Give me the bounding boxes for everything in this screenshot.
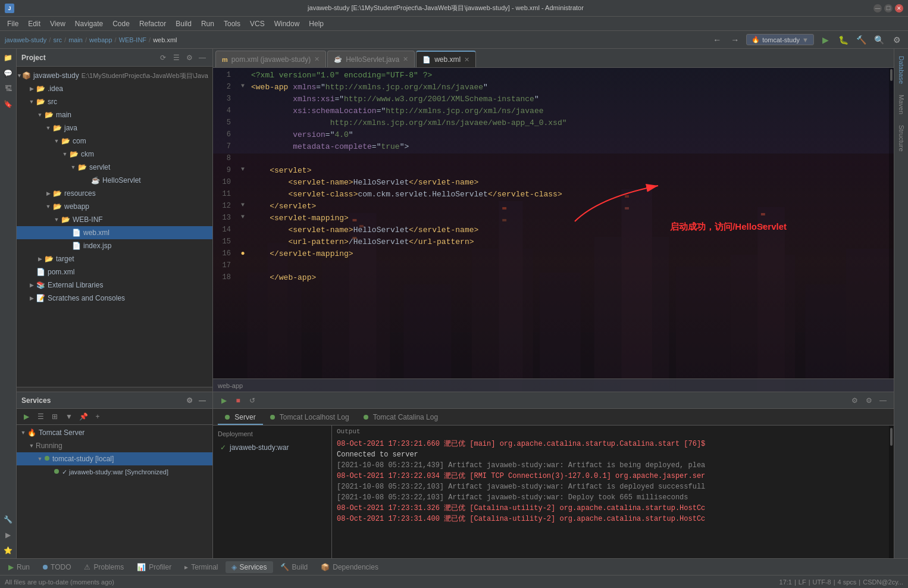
services-pin-btn[interactable]: 📌 <box>77 411 89 423</box>
project-icon-menu[interactable]: ☰ <box>171 52 181 63</box>
tab-helloservlet[interactable]: ☕ HelloServlet.java ✕ <box>327 51 415 67</box>
tree-item-extlibs[interactable]: ▶ 📚 External Libraries <box>17 279 212 292</box>
breadcrumb-webinf[interactable]: WEB-INF <box>119 36 146 43</box>
tab-webxml-close[interactable]: ✕ <box>464 56 469 64</box>
run-button[interactable]: ▶ <box>819 33 832 46</box>
services-tomcat-study[interactable]: ▼ tomcat-study [local] <box>17 452 212 465</box>
menu-item-vcs[interactable]: VCS <box>245 17 270 30</box>
maximize-button[interactable]: ☐ <box>884 4 893 12</box>
settings-button[interactable]: ⚙ <box>890 33 903 46</box>
bookmarks-icon[interactable]: 🔖 <box>2 98 15 111</box>
minimize-button[interactable]: — <box>873 4 882 12</box>
console-settings-icon[interactable]: ⚙ <box>848 395 860 406</box>
right-tab-structure[interactable]: Structure <box>897 120 906 157</box>
fold-icon-9[interactable]: ▼ <box>241 166 245 173</box>
bottom-tab-profiler[interactable]: 📊 Profiler <box>131 561 177 573</box>
breadcrumb-src[interactable]: src <box>53 36 62 43</box>
run-config-icon[interactable]: ▶ <box>2 528 15 542</box>
tree-item-servlet[interactable]: ▼ 📂 servlet <box>17 161 212 174</box>
tree-item-root[interactable]: ▼ 📦 javaweb-study E:\1MyStudentProject\a… <box>17 69 212 82</box>
tree-horizontal-scrollbar[interactable] <box>17 387 212 392</box>
console-scrollbar[interactable] <box>889 426 894 558</box>
tab-pomxml-close[interactable]: ✕ <box>314 55 320 63</box>
wrench-icon[interactable]: 🔧 <box>2 513 15 526</box>
services-running-group[interactable]: ▼ Running <box>17 439 212 452</box>
services-run-btn[interactable]: ▶ <box>20 411 32 423</box>
tree-item-scratches[interactable]: ▶ 📝 Scratches and Consoles <box>17 292 212 305</box>
bottom-tab-build[interactable]: 🔨 Build <box>274 561 314 573</box>
menu-item-run[interactable]: Run <box>196 17 219 30</box>
commit-icon[interactable]: 💬 <box>2 67 15 80</box>
search-button[interactable]: 🔍 <box>872 33 885 46</box>
nav-back-button[interactable]: ← <box>710 33 724 46</box>
tree-item-pomxml[interactable]: 📄 pom.xml <box>17 265 212 279</box>
menu-item-tools[interactable]: Tools <box>219 17 245 30</box>
project-icon[interactable]: 📁 <box>2 51 15 64</box>
tree-item-indexjsp[interactable]: 📄 index.jsp <box>17 239 212 252</box>
tree-item-webxml[interactable]: 📄 web.xml <box>17 226 212 239</box>
menu-item-navigate[interactable]: Navigate <box>70 17 108 30</box>
bottom-tab-todo[interactable]: TODO <box>37 561 77 573</box>
nav-forward-button[interactable]: → <box>728 33 741 46</box>
tree-item-com[interactable]: ▼ 📂 com <box>17 135 212 148</box>
menu-item-view[interactable]: View <box>45 17 70 30</box>
tab-webxml[interactable]: 📄 web.xml ✕ <box>416 51 476 67</box>
console-tab-localhost[interactable]: Tomcat Localhost Log <box>263 411 356 425</box>
menu-item-build[interactable]: Build <box>171 17 196 30</box>
services-add-btn[interactable]: + <box>92 411 104 423</box>
services-tomcat-server[interactable]: ▼ 🔥 Tomcat Server <box>17 426 212 439</box>
menu-item-window[interactable]: Window <box>270 17 305 30</box>
services-gear-icon[interactable]: — <box>197 395 208 406</box>
right-tab-database[interactable]: Database <box>897 51 906 89</box>
favorites-icon[interactable]: ⭐ <box>2 544 15 557</box>
fold-icon-13[interactable]: ▼ <box>241 214 245 220</box>
console-gear-icon[interactable]: ⚙ <box>863 395 875 406</box>
close-button[interactable]: ✕ <box>895 4 903 12</box>
services-split-btn[interactable]: ⊞ <box>49 411 61 423</box>
bottom-tab-problems[interactable]: ⚠ Problems <box>78 561 130 573</box>
editor-scroll[interactable]: 1 <?xml version="1.0" encoding="UTF-8" ?… <box>213 68 894 392</box>
tree-item-java[interactable]: ▼ 📂 java <box>17 121 212 135</box>
fold-icon-12[interactable]: ▼ <box>241 202 245 208</box>
tree-item-main[interactable]: ▼ 📂 main <box>17 108 212 121</box>
tree-item-idea[interactable]: ▶ 📂 .idea <box>17 82 212 95</box>
structure-icon[interactable]: 🏗 <box>2 82 15 95</box>
menu-item-code[interactable]: Code <box>108 17 134 30</box>
tree-item-target[interactable]: ▶ 📂 target <box>17 252 212 265</box>
tree-item-resources[interactable]: ▶ 📂 resources <box>17 187 212 200</box>
tree-item-helloservlet[interactable]: ☕ HelloServlet <box>17 174 212 187</box>
services-layout-btn[interactable]: ☰ <box>35 411 46 423</box>
tree-item-webapp[interactable]: ▼ 📂 webapp <box>17 200 212 213</box>
menu-item-edit[interactable]: Edit <box>23 17 45 30</box>
breadcrumb-project[interactable]: javaweb-study <box>5 36 46 43</box>
console-run-icon[interactable]: ▶ <box>218 395 230 406</box>
bottom-tab-run[interactable]: ▶ Run <box>2 561 36 573</box>
console-close-icon[interactable]: — <box>877 395 889 406</box>
breadcrumb-webapp[interactable]: webapp <box>89 36 112 43</box>
right-tab-maven[interactable]: Maven <box>897 90 906 119</box>
services-war[interactable]: ✓ javaweb-study:war [Synchronized] <box>17 465 212 478</box>
console-restart-icon[interactable]: ↺ <box>246 395 258 406</box>
editor-content[interactable]: 1 <?xml version="1.0" encoding="UTF-8" ?… <box>213 68 894 392</box>
project-icon-sync[interactable]: ⟳ <box>158 52 168 63</box>
tree-item-ckm[interactable]: ▼ 📂 ckm <box>17 148 212 161</box>
bottom-tab-dependencies[interactable]: 📦 Dependencies <box>315 561 384 573</box>
tab-helloservlet-close[interactable]: ✕ <box>403 55 408 63</box>
bottom-tab-terminal[interactable]: ▸ Terminal <box>179 561 224 573</box>
tree-item-webinf[interactable]: ▼ 📂 WEB-INF <box>17 213 212 226</box>
tree-item-src[interactable]: ▼ 📂 src <box>17 95 212 108</box>
project-icon-settings[interactable]: ⚙ <box>184 52 195 63</box>
console-stop-icon[interactable]: ■ <box>232 395 244 406</box>
console-tab-server[interactable]: Server <box>218 411 263 425</box>
tomcat-badge[interactable]: 🔥 tomcat-study ▼ <box>746 34 814 45</box>
tab-pomxml[interactable]: m pom.xml (javaweb-study) ✕ <box>215 51 326 67</box>
build-button[interactable]: 🔨 <box>854 33 868 46</box>
bottom-tab-services[interactable]: ◈ Services <box>226 561 273 573</box>
services-filter-btn[interactable]: ▼ <box>63 411 75 423</box>
debug-button[interactable]: 🐛 <box>837 33 850 46</box>
project-icon-close[interactable]: — <box>197 52 208 63</box>
editor-scrollbar[interactable]: ✓ <box>889 68 894 379</box>
fold-icon-2[interactable]: ▼ <box>241 83 245 89</box>
menu-item-refactor[interactable]: Refactor <box>134 17 171 30</box>
console-tab-catalina[interactable]: Tomcat Catalina Log <box>356 411 446 425</box>
